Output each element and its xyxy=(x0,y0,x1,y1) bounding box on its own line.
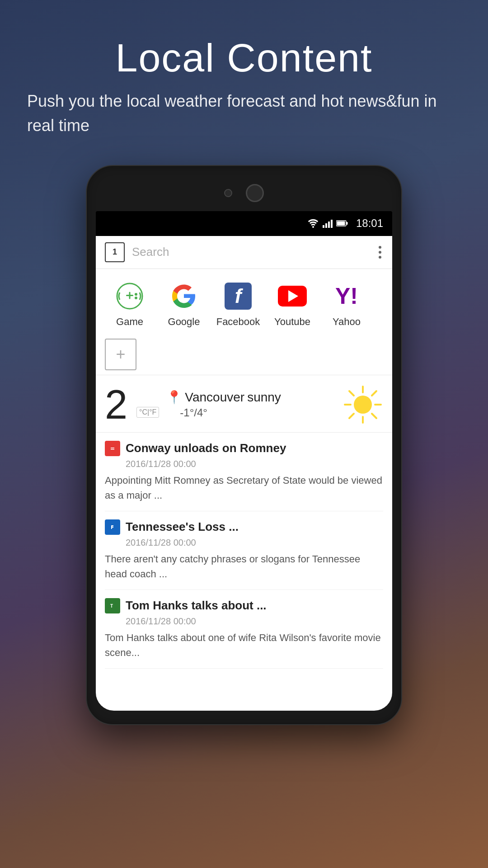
svg-rect-7 xyxy=(337,222,345,226)
news-excerpt-3: Tom Hanks talks about one of wife Rita W… xyxy=(105,630,383,660)
game-label: Game xyxy=(116,316,143,328)
page-subtitle: Push you the local weather forecast and … xyxy=(27,89,461,138)
shortcut-google[interactable]: Google xyxy=(159,280,209,328)
phone-screen: 1 Search xyxy=(96,236,392,711)
svg-line-20 xyxy=(349,414,354,418)
news-section: Conway unloads on Romney 2016/11/28 00:0… xyxy=(96,433,392,669)
page-header: Local Content Push you the local weather… xyxy=(0,0,488,147)
weather-location: Vancouver xyxy=(185,390,244,405)
news-excerpt-1: Appointing Mitt Romney as Secretary of S… xyxy=(105,473,383,503)
youtube-label: Youtube xyxy=(274,316,310,328)
svg-rect-4 xyxy=(331,220,333,228)
shortcut-yahoo[interactable]: Y! Yahoo xyxy=(322,280,371,328)
google-icon xyxy=(168,280,200,312)
shortcut-game[interactable]: Game xyxy=(105,280,155,328)
news-date-2: 2016/11/28 00:00 xyxy=(126,538,383,548)
weather-tab-number: 2 xyxy=(105,384,127,425)
svg-point-0 xyxy=(312,226,314,228)
svg-text:T: T xyxy=(110,604,113,609)
menu-button[interactable] xyxy=(377,244,383,260)
news-date-1: 2016/11/28 00:00 xyxy=(126,459,383,469)
svg-rect-23 xyxy=(111,448,114,448)
status-icons: 18:01 xyxy=(307,217,383,230)
google-label: Google xyxy=(168,316,200,328)
status-bar: 18:01 xyxy=(96,211,392,236)
news-source-icon-3: T xyxy=(105,598,120,613)
front-camera xyxy=(224,189,232,197)
news-title-1: Conway unloads on Romney xyxy=(126,441,286,455)
news-item-2[interactable]: Tennessee's Loss ... 2016/11/28 00:00 Th… xyxy=(105,511,383,590)
shortcuts-section: Game Google xyxy=(96,269,392,332)
phone-wrapper: 18:01 1 Search xyxy=(86,165,402,725)
svg-rect-2 xyxy=(325,223,327,228)
earpiece xyxy=(246,184,264,202)
news-date-3: 2016/11/28 00:00 xyxy=(126,616,383,627)
news-title-3: Tom Hanks talks about ... xyxy=(126,599,267,613)
yahoo-icon: Y! xyxy=(330,280,363,312)
svg-point-11 xyxy=(135,293,137,296)
status-time: 18:01 xyxy=(356,217,383,230)
youtube-icon xyxy=(276,280,309,312)
svg-rect-6 xyxy=(346,222,347,225)
search-bar[interactable]: 1 Search xyxy=(96,236,392,269)
page-title: Local Content xyxy=(27,36,461,80)
svg-rect-10 xyxy=(129,292,131,299)
news-item-3[interactable]: T Tom Hanks talks about ... 2016/11/28 0… xyxy=(105,590,383,669)
location-pin-icon: 📍 xyxy=(166,390,182,405)
signal-icon xyxy=(323,219,333,228)
weather-condition: sunny xyxy=(247,390,281,405)
svg-line-18 xyxy=(372,414,376,418)
weather-sun-icon xyxy=(343,384,383,425)
shortcut-facebook[interactable]: f Facebook xyxy=(213,280,263,328)
weather-temp-range: -1°/4° xyxy=(180,406,335,419)
weather-unit-toggle[interactable]: °C|°F xyxy=(136,407,159,418)
weather-section: 2 °C|°F 📍 Vancouver sunny -1°/4° xyxy=(96,375,392,432)
svg-line-19 xyxy=(372,391,376,396)
add-shortcut-button[interactable]: + xyxy=(105,339,136,370)
game-icon xyxy=(113,280,146,312)
news-title-2: Tennessee's Loss ... xyxy=(126,520,239,534)
yahoo-label: Yahoo xyxy=(333,316,361,328)
svg-rect-3 xyxy=(328,222,330,228)
facebook-label: Facebook xyxy=(216,316,260,328)
weather-location-row: 📍 Vancouver sunny xyxy=(166,390,335,405)
shortcut-youtube[interactable]: Youtube xyxy=(267,280,317,328)
battery-icon xyxy=(336,220,348,226)
wifi-icon xyxy=(307,219,319,228)
add-row: + xyxy=(96,332,392,375)
news-source-icon-2 xyxy=(105,519,120,535)
svg-line-17 xyxy=(349,391,354,396)
svg-point-12 xyxy=(135,297,137,299)
facebook-icon: f xyxy=(222,280,254,312)
tab-badge: 1 xyxy=(105,242,125,262)
phone-outer: 18:01 1 Search xyxy=(86,165,402,725)
svg-point-21 xyxy=(354,396,372,414)
search-input[interactable]: Search xyxy=(132,245,370,259)
svg-point-22 xyxy=(108,444,117,453)
svg-rect-1 xyxy=(323,225,324,228)
phone-top-bar xyxy=(96,179,392,211)
svg-rect-24 xyxy=(111,449,114,450)
news-source-icon-1 xyxy=(105,441,120,456)
weather-details: 📍 Vancouver sunny -1°/4° xyxy=(166,390,335,419)
news-excerpt-2: There aren't any catchy phrases or sloga… xyxy=(105,552,383,581)
news-item-1[interactable]: Conway unloads on Romney 2016/11/28 00:0… xyxy=(105,433,383,511)
